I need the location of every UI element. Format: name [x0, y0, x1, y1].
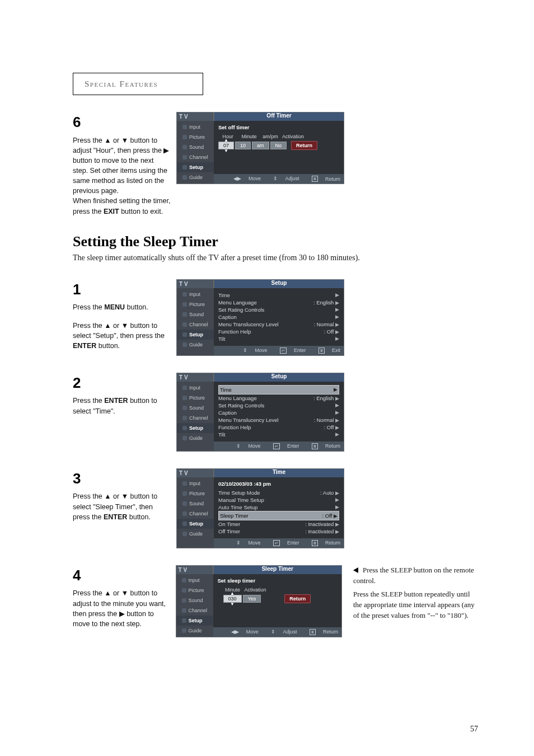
- osd-menu-sound: Sound: [176, 595, 213, 605]
- osd-tv-label: T V: [177, 280, 214, 288]
- step-4-row: 4 Press the ▲ or ▼ button to adjust to t…: [73, 565, 478, 637]
- step-1-number: 1: [73, 279, 171, 300]
- osd-off-timer: T V Input Picture Sound Channel Setup Gu…: [176, 112, 344, 184]
- setup-item-transl: Menu Translucency Level: Normal ▶: [218, 416, 339, 424]
- sidenote-b: Press the SLEEP button repeatedly until …: [353, 589, 478, 621]
- page-number: 57: [470, 725, 478, 734]
- return-button[interactable]: Return: [291, 141, 317, 150]
- osd-menu-channel: Channel: [176, 605, 213, 616]
- osd-menu-channel: Channel: [177, 413, 214, 423]
- field-activation[interactable]: No: [270, 142, 287, 149]
- section-title: Setting the Sleep Timer: [73, 233, 478, 250]
- osd-tv-label: T V: [177, 112, 214, 121]
- osd-menu-picture: Picture: [177, 393, 214, 403]
- osd-left-menu: T V Input Picture Sound Channel Setup Gu…: [177, 112, 214, 184]
- field-minute[interactable]: 10: [235, 142, 251, 149]
- foot-return: Ⅲ Return: [306, 443, 340, 449]
- setup-item-caption: Caption▶: [218, 409, 339, 416]
- field-hour[interactable]: 07▲▼: [218, 142, 234, 149]
- foot-move: ◀▶ Move: [231, 629, 259, 635]
- label-activation: Activation: [282, 134, 304, 139]
- step-6-text: 6 Press the ▲ or ▼ button to adjust "Hou…: [73, 112, 171, 217]
- osd-subhead: Set off timer: [218, 124, 339, 130]
- osd-menu-setup: Setup: [176, 616, 213, 626]
- foot-move: ⇕ Move: [237, 348, 267, 353]
- setup-item-transl: Menu Translucency Level: Normal ▶: [218, 321, 339, 328]
- field-activation[interactable]: Yes: [243, 595, 261, 603]
- step-6-bold: EXIT: [104, 208, 119, 215]
- setup-item-tilt: Tilt▶: [218, 431, 339, 438]
- foot-move: ⇕ Move: [231, 443, 260, 449]
- osd-setup-1: T V Input Picture Sound Channel Setup Gu…: [176, 279, 344, 356]
- step3-a-end: button.: [127, 513, 151, 521]
- osd-menu-input: Input: [177, 289, 214, 299]
- sidenote: Press the SLEEP button on the remote con…: [353, 565, 478, 621]
- foot-enter: ↵ Enter: [268, 540, 299, 546]
- setup-item-time-hl[interactable]: Time▶: [218, 385, 339, 395]
- osd-menu-setup: Setup: [177, 519, 214, 529]
- osd-menu-sound: Sound: [177, 499, 214, 509]
- time-item-sleep-hl[interactable]: Sleep Timer: Off ▶: [218, 511, 339, 520]
- label-activation: Activation: [245, 587, 266, 593]
- step-2-number: 2: [73, 373, 171, 394]
- step-1-text: 1 Press the MENU button. Press the ▲ or …: [73, 279, 171, 351]
- field-ampm[interactable]: am: [252, 142, 269, 149]
- setup-item-rating: Set Rating Controls▶: [218, 402, 339, 409]
- step-6-body-c: button to exit.: [119, 208, 163, 215]
- foot-move: ⇕ Move: [231, 540, 260, 546]
- step-3-number: 3: [73, 468, 171, 490]
- step-4-text: 4 Press the ▲ or ▼ button to adjust to t…: [73, 565, 170, 629]
- sidenote-a: Press the SLEEP button on the remote con…: [353, 566, 474, 585]
- foot-return: Ⅲ Return: [306, 176, 340, 182]
- osd-menu-sound: Sound: [177, 403, 214, 413]
- step1-a: Press the: [73, 303, 104, 311]
- time-item-on: On Timer: Inactivated ▶: [218, 520, 339, 528]
- return-button[interactable]: Return: [284, 594, 311, 603]
- osd-title-sleep: Sleep Timer: [213, 566, 341, 574]
- osd-menu-guide: Guide: [177, 340, 214, 350]
- time-item-manual: Manual Time Setup▶: [218, 496, 339, 504]
- osd-menu-input: Input: [177, 122, 214, 132]
- step-6-row: 6 Press the ▲ or ▼ button to adjust "Hou…: [73, 112, 478, 217]
- step1-b: Press the ▲ or ▼ button to select "Setup…: [73, 322, 165, 340]
- osd-menu-setup: Setup: [177, 162, 214, 172]
- setup-item-funhelp: Function Help: Off ▶: [218, 424, 339, 431]
- osd-menu-channel: Channel: [177, 320, 214, 330]
- time-item-auto: Auto Time Setup▶: [218, 504, 339, 511]
- osd-menu-input: Input: [177, 478, 214, 489]
- osd-menu-picture: Picture: [177, 132, 214, 142]
- osd-menu-channel: Channel: [177, 152, 214, 162]
- step-2-row: 2 Press the ENTER button to select "Time…: [73, 373, 478, 452]
- osd-tv-label: T V: [176, 566, 213, 574]
- osd-sleep-timer: T V Input Picture Sound Channel Setup Gu…: [176, 565, 342, 637]
- step-6-number: 6: [73, 112, 171, 133]
- osd-menu-setup: Setup: [177, 423, 214, 433]
- osd-tv-label: T V: [177, 469, 214, 477]
- step3-a-bold: ENTER: [104, 513, 127, 521]
- step2-a: Press the: [73, 397, 104, 405]
- time-item-off: Off Timer: Inactivated ▶: [218, 528, 339, 535]
- osd-menu-picture: Picture: [176, 585, 213, 595]
- field-minute[interactable]: 030▲▼: [223, 595, 242, 603]
- osd-setup-2: T V Input Picture Sound Channel Setup Gu…: [176, 373, 344, 452]
- osd-menu-input: Input: [176, 575, 213, 585]
- osd-menu-guide: Guide: [177, 433, 214, 443]
- foot-return: Ⅲ Return: [304, 629, 338, 635]
- triangle-left-icon: [353, 567, 358, 573]
- osd-tv-label: T V: [177, 373, 214, 382]
- foot-enter: ↵ Enter: [268, 443, 299, 449]
- osd-title-time: Time: [214, 469, 344, 477]
- osd-title-setup: Setup: [214, 373, 344, 382]
- setup-item-funhelp: Function Help: Off ▶: [218, 328, 339, 335]
- osd-menu-sound: Sound: [177, 142, 214, 152]
- setup-item-time: Time▶: [218, 292, 339, 299]
- osd-menu-channel: Channel: [177, 509, 214, 519]
- setup-item-menulang: Menu Language: English ▶: [218, 299, 339, 306]
- foot-return: Ⅲ Return: [306, 540, 340, 546]
- osd-menu-picture: Picture: [177, 489, 214, 499]
- step-3-text: 3 Press the ▲ or ▼ button to select "Sle…: [73, 468, 171, 522]
- section-subtitle: The sleep timer automatically shuts off …: [73, 253, 478, 262]
- foot-enter: ↵ Enter: [274, 348, 306, 354]
- osd-menu-setup: Setup: [177, 330, 214, 340]
- section-header-box: Special Features: [73, 73, 203, 95]
